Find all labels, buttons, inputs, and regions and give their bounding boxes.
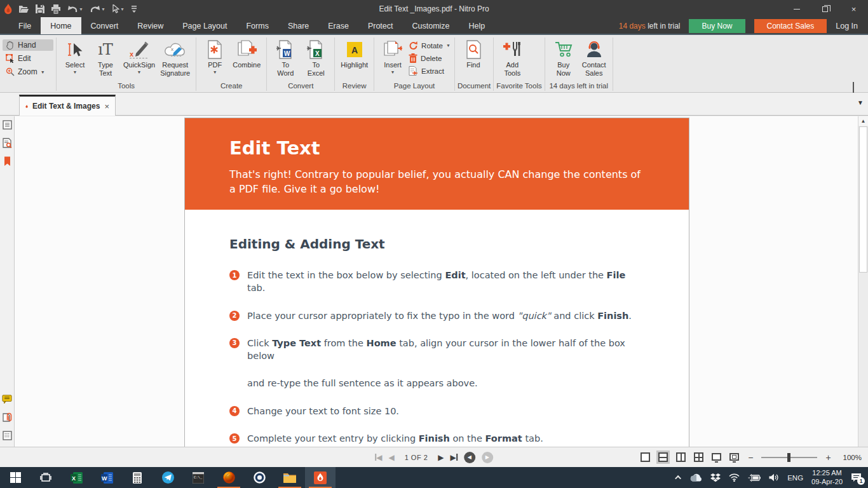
- search-document-icon[interactable]: [3, 138, 12, 151]
- battery-icon[interactable]: [748, 474, 761, 482]
- tab-page-layout[interactable]: Page Layout: [173, 17, 236, 34]
- tab-convert[interactable]: Convert: [81, 17, 128, 34]
- onedrive-cloud-icon[interactable]: [689, 473, 702, 482]
- dropbox-icon[interactable]: [710, 473, 721, 482]
- view-single-page-icon[interactable]: [639, 451, 652, 464]
- tab-file[interactable]: File: [9, 17, 41, 34]
- select-cursor-icon[interactable]: ▼: [111, 2, 126, 16]
- last-page-button[interactable]: ▶: [451, 453, 458, 462]
- scroll-up-arrow-icon[interactable]: ▲: [858, 116, 868, 126]
- nitro-logo-icon[interactable]: [3, 2, 13, 16]
- task-view-button[interactable]: [31, 467, 61, 488]
- contact-sales-button[interactable]: Contact Sales: [754, 19, 827, 33]
- redo-icon[interactable]: ▼: [88, 2, 107, 16]
- rotate-button[interactable]: Rotate▼: [409, 41, 451, 50]
- add-tools-button[interactable]: Add Tools: [498, 39, 527, 78]
- next-page-button[interactable]: ▶: [438, 453, 444, 462]
- minimize-button[interactable]: [782, 0, 811, 18]
- taskbar-1password-icon[interactable]: [244, 467, 275, 488]
- wifi-icon[interactable]: [729, 473, 740, 482]
- collapse-ribbon-button[interactable]: [853, 83, 860, 90]
- taskbar-firefox-icon[interactable]: [214, 467, 244, 488]
- edit-tool-button[interactable]: Edit: [3, 53, 53, 64]
- tab-customize[interactable]: Customize: [403, 17, 459, 34]
- taskbar-cmd-icon[interactable]: C:\_: [183, 467, 214, 488]
- bookmarks-icon[interactable]: [3, 156, 11, 169]
- document-tab-label: Edit Text & Images: [32, 102, 100, 111]
- tab-home[interactable]: Home: [41, 17, 81, 34]
- highlight-button[interactable]: A Highlight: [339, 39, 370, 70]
- request-signature-button[interactable]: x Request Signature: [158, 39, 192, 78]
- to-excel-button[interactable]: X To Excel: [301, 39, 330, 78]
- language-indicator[interactable]: ENG: [787, 474, 803, 482]
- insert-button[interactable]: Insert▼: [378, 39, 407, 75]
- log-in-link[interactable]: Log In: [836, 22, 858, 30]
- customize-toolbar-icon[interactable]: [130, 2, 139, 16]
- view-fullwidth-icon[interactable]: [728, 452, 741, 463]
- volume-icon[interactable]: [769, 473, 779, 482]
- tab-list-dropdown-icon[interactable]: ▼: [857, 99, 864, 106]
- document-tab[interactable]: Edit Text & Images ×: [19, 95, 116, 116]
- tab-close-icon[interactable]: ×: [104, 102, 109, 111]
- find-button[interactable]: Find: [459, 39, 488, 70]
- statusbar: ◀ ◀ 1 OF 2 ▶ ▶ ◀ ▶ − + 100%: [0, 447, 868, 467]
- attachments-icon[interactable]: [3, 412, 12, 425]
- scrollbar-thumb[interactable]: [859, 126, 867, 273]
- select-button[interactable]: Select▼: [60, 39, 90, 75]
- step-text: Click Type Text from the Home tab, align…: [247, 337, 644, 363]
- zoom-in-button[interactable]: +: [823, 452, 833, 463]
- vertical-scrollbar[interactable]: ▲: [858, 116, 868, 447]
- banner-subtitle: That's right! Contrary to popular belief…: [229, 167, 644, 196]
- extract-button[interactable]: Extract: [409, 66, 451, 76]
- open-file-icon[interactable]: [17, 2, 31, 16]
- tab-forms[interactable]: Forms: [236, 17, 278, 34]
- taskbar-word-icon[interactable]: W: [92, 467, 122, 488]
- view-continuous-icon[interactable]: [656, 451, 670, 464]
- combine-button[interactable]: Combine: [231, 39, 262, 70]
- ribbon-contact-sales-button[interactable]: Contact Sales: [580, 39, 609, 78]
- print-icon[interactable]: [50, 2, 62, 16]
- ribbon-buy-now-button[interactable]: Buy Now: [549, 39, 578, 78]
- delete-button[interactable]: Delete: [409, 53, 451, 63]
- comments-icon[interactable]: [2, 395, 12, 407]
- to-word-button[interactable]: W To Word: [271, 39, 300, 78]
- to-excel-icon: X: [306, 39, 325, 60]
- tab-erase[interactable]: Erase: [318, 17, 358, 34]
- zoom-slider[interactable]: [761, 457, 817, 458]
- taskbar-nitro-icon[interactable]: [305, 467, 336, 488]
- signatures-icon[interactable]: [3, 431, 12, 443]
- zoom-out-button[interactable]: −: [745, 452, 756, 463]
- next-view-button[interactable]: ▶: [482, 452, 493, 463]
- tab-protect[interactable]: Protect: [358, 17, 403, 34]
- view-quad-pages-icon[interactable]: [692, 451, 705, 464]
- undo-icon[interactable]: ▼: [66, 2, 85, 16]
- taskbar-calculator-icon[interactable]: [122, 467, 153, 488]
- taskbar-telegram-icon[interactable]: [153, 467, 183, 488]
- close-button[interactable]: ×: [839, 0, 868, 18]
- zoom-slider-handle[interactable]: [787, 453, 790, 462]
- view-facing-pages-icon[interactable]: [674, 451, 688, 464]
- create-pdf-button[interactable]: PDF▼: [200, 39, 229, 75]
- quicksign-button[interactable]: x QuickSign▼: [121, 39, 157, 75]
- type-text-button[interactable]: ıT Type Text: [91, 39, 120, 78]
- taskbar-file-explorer-icon[interactable]: [275, 467, 305, 488]
- first-page-button[interactable]: ◀: [375, 453, 382, 462]
- view-fullscreen-icon[interactable]: [710, 452, 723, 463]
- restore-button[interactable]: [811, 0, 839, 18]
- tab-help[interactable]: Help: [459, 17, 495, 34]
- tab-share[interactable]: Share: [278, 17, 318, 34]
- hidden-icons-chevron[interactable]: [677, 475, 681, 480]
- action-center-icon[interactable]: 1: [851, 473, 862, 482]
- pages-panel-icon[interactable]: [3, 120, 12, 132]
- previous-view-button[interactable]: ◀: [464, 452, 475, 463]
- clock[interactable]: 12:25 AM 09-Apr-20: [811, 469, 843, 487]
- tab-review[interactable]: Review: [128, 17, 173, 34]
- taskbar-excel-icon[interactable]: X: [61, 467, 92, 488]
- task-view-icon: [40, 473, 51, 483]
- save-icon[interactable]: [34, 2, 46, 16]
- hand-tool-button[interactable]: Hand: [3, 39, 53, 51]
- start-button[interactable]: [0, 467, 31, 488]
- zoom-tool-button[interactable]: Zoom ▼: [3, 66, 53, 78]
- previous-page-button[interactable]: ◀: [388, 453, 394, 462]
- buy-now-button[interactable]: Buy Now: [689, 19, 745, 33]
